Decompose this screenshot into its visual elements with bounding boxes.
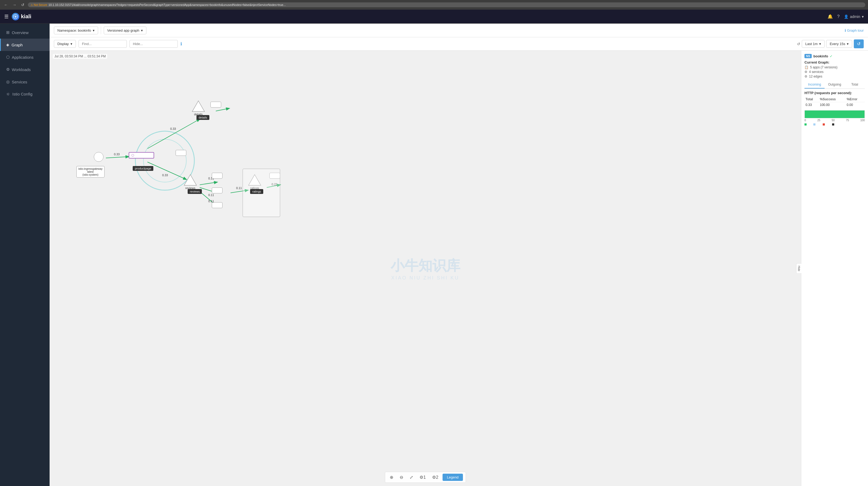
kiali-logo: kiali — [12, 13, 31, 20]
details-v1-box[interactable]: v1 — [211, 102, 221, 108]
productpage-node[interactable]: ⬡ productpage — [129, 152, 154, 158]
reviews-v1-box[interactable]: v1 — [212, 173, 222, 179]
graph-canvas[interactable]: Jul 28, 03:50:34 PM ... 03:51:34 PM 小牛知识… — [50, 51, 801, 486]
fit-graph-button[interactable]: ⤢ — [407, 474, 415, 481]
bell-button[interactable]: 🔔 — [828, 14, 833, 19]
ratings-v1-box[interactable]: v1 — [270, 173, 280, 179]
ratings-triangle-icon — [248, 174, 261, 186]
svg-text:0.33: 0.33 — [170, 127, 176, 130]
sidebar-item-overview[interactable]: ⊞ Overview — [0, 26, 50, 39]
reviews-tooltip: reviews — [188, 189, 202, 194]
chart-bar-area — [804, 110, 865, 118]
ratings-tooltip: ratings — [250, 189, 263, 194]
ns-check-icon: ✓ — [830, 54, 833, 58]
sidebar-item-workloads-label: Workloads — [12, 67, 31, 72]
last-time-label: Last 1m — [805, 42, 817, 46]
forward-button[interactable]: → — [11, 2, 18, 7]
legend-button[interactable]: Legend — [442, 474, 463, 481]
svg-text:0.33: 0.33 — [114, 153, 120, 156]
details-node-label: details — [192, 113, 205, 116]
graph-type-dropdown[interactable]: Versioned app graph ▾ — [104, 27, 146, 34]
sidebar-item-workloads[interactable]: ⚙ Workloads — [0, 63, 50, 75]
col-total-header: Total — [804, 96, 819, 102]
gateway-node[interactable]: ⚙ — [94, 152, 103, 162]
sidebar-item-applications[interactable]: ⬡ Applications — [0, 51, 50, 63]
reviews-v2-box[interactable]: v2 — [212, 187, 222, 193]
3xx-dot — [813, 123, 815, 125]
services-icon: ◎ — [6, 80, 10, 84]
refresh-button[interactable]: ↺ — [854, 39, 864, 48]
4xx-dot — [823, 123, 825, 125]
http-title: HTTP (requests per second): — [804, 91, 865, 95]
reload-button[interactable]: ↺ — [20, 2, 26, 7]
svg-marker-21 — [192, 101, 205, 112]
hamburger-icon[interactable]: ☰ — [4, 14, 8, 20]
ratings-area: ratings — [248, 174, 261, 190]
svg-text:0.11: 0.11 — [208, 193, 214, 196]
apps-stat-label: 5 apps (7 versions) — [810, 65, 837, 69]
logo-circle-icon — [12, 13, 19, 20]
sidebar-item-istio-config[interactable]: ⛭ Istio Config — [0, 88, 50, 100]
sidebar-item-services[interactable]: ◎ Services — [0, 75, 50, 88]
namespace-chevron-icon: ▾ — [93, 28, 95, 32]
namespace-dropdown[interactable]: Namespace: bookinfo ▾ — [54, 27, 98, 34]
zoom-in-button[interactable]: ⊕ — [388, 474, 395, 481]
legend-ok: OK — [804, 123, 811, 126]
reviews-v3-box[interactable]: v3 — [212, 202, 222, 208]
layout1-button[interactable]: ⚙1 — [417, 474, 428, 481]
productpage-v1-box[interactable]: v1 — [176, 150, 186, 156]
tab-incoming[interactable]: Incoming — [804, 81, 825, 89]
productpage-label: productpage — [135, 154, 151, 157]
sidebar: ⊞ Overview ◈ Graph ⬡ Applications ⚙ Work… — [0, 24, 50, 486]
services-stat-label: 4 services — [809, 70, 824, 74]
tab-outgoing[interactable]: Outgoing — [825, 81, 845, 89]
find-input[interactable] — [79, 40, 127, 48]
toolbar-row2: Display ▾ ℹ ↺ Last 1m ▾ Every 15s ▾ ↺ — [50, 37, 868, 51]
ok-dot — [804, 123, 807, 125]
display-dropdown[interactable]: Display ▾ — [54, 40, 76, 48]
apps-icon: 📋 — [804, 65, 808, 69]
chart-axis: 0 25 50 75 100 — [804, 119, 865, 122]
layout2-button[interactable]: ⚙2 — [430, 474, 440, 481]
display-label: Display — [57, 42, 69, 46]
info-icon[interactable]: ℹ — [180, 41, 182, 47]
toolbar-separator1 — [101, 26, 101, 34]
header-icons: 🔔 ? 👤 admin ▾ — [828, 14, 864, 19]
back-button[interactable]: ← — [3, 2, 9, 7]
hide-input[interactable] — [129, 40, 178, 48]
details-area: details — [192, 100, 205, 116]
url-bar[interactable]: ⚠ Not Secure 10.1.10.152:31571/kiali/con… — [28, 2, 865, 7]
interval-dropdown[interactable]: Every 15s ▾ — [826, 40, 852, 48]
user-menu[interactable]: 👤 admin ▾ — [844, 14, 864, 19]
graph-type-label: Versioned app graph — [107, 28, 140, 32]
col-error-header: %Error — [846, 96, 865, 102]
zoom-out-button[interactable]: ⊖ — [398, 474, 405, 481]
col-success-header: %Success — [819, 96, 845, 102]
5xx-label: 5xx — [835, 123, 839, 126]
watermark-en-text: XIAO NIU ZHI SHI KU — [391, 275, 460, 280]
success-value: 100.00 — [819, 102, 845, 108]
time-selector: ↺ Last 1m ▾ Every 15s ▾ ↺ — [797, 39, 864, 48]
layout1-icon: ⚙ — [420, 475, 423, 480]
services-stat-icon: ⚙ — [804, 70, 807, 74]
help-button[interactable]: ? — [837, 14, 840, 19]
gateway-line3: (istio-system) — [78, 173, 103, 176]
last-time-dropdown[interactable]: Last 1m ▾ — [802, 40, 825, 48]
app-body: ⊞ Overview ◈ Graph ⬡ Applications ⚙ Work… — [0, 24, 868, 486]
graph-edges-svg: 0.33 0.33 0.33 0.11 0.11 0.11 0.22 0.11 — [50, 51, 801, 486]
graph-icon: ◈ — [6, 42, 9, 47]
stat-edges: ⚙ 12 edges — [804, 74, 865, 78]
graph-tour-link[interactable]: ℹ Graph tour — [845, 28, 864, 32]
reviews-triangle-icon — [184, 174, 197, 186]
hide-panel-button[interactable]: Hide — [796, 263, 802, 274]
sidebar-item-graph[interactable]: ◈ Graph — [0, 39, 50, 51]
ns-name-label: bookinfo — [813, 54, 828, 58]
gateway-tooltip: istio-ingressgateway latest (istio-syste… — [76, 166, 104, 178]
last-time-chevron-icon: ▾ — [819, 42, 821, 46]
tab-total[interactable]: Total — [845, 81, 865, 89]
user-avatar-icon: 👤 — [844, 14, 848, 19]
refresh-history-icon: ↺ — [797, 42, 800, 46]
namespace-label: Namespace: bookinfo — [57, 28, 91, 32]
display-chevron-icon: ▾ — [70, 42, 72, 46]
graph-bottom-toolbar: ⊕ ⊖ ⤢ ⚙1 ⚙2 Legend — [385, 472, 466, 483]
